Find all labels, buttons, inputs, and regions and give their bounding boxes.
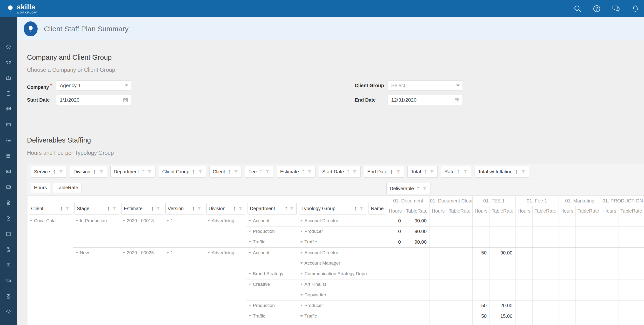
grid-value-cell[interactable] [404,311,430,322]
grid-value-cell[interactable] [387,290,404,301]
notifications-icon[interactable] [631,4,640,13]
grid-value-cell[interactable] [558,290,576,301]
grid-value-cell[interactable] [430,227,447,237]
grid-value-cell[interactable] [516,248,533,258]
grid-value-cell[interactable] [490,216,516,227]
grid-value-cell[interactable] [618,227,644,237]
grid-value-cell[interactable] [576,311,601,322]
grid-value-cell[interactable] [601,216,618,227]
grid-value-cell[interactable] [618,237,644,248]
grid-cell[interactable] [367,311,387,322]
grid-value-cell[interactable] [533,227,558,237]
grid-value-cell[interactable] [447,290,473,301]
grid-cell[interactable]: Advertising [205,248,246,322]
grid-cell[interactable]: In Production [73,216,120,248]
grid-value-cell[interactable] [516,216,533,227]
grid-value-cell[interactable] [533,311,558,322]
grid-cell[interactable]: Traffic [246,237,298,248]
grid-value-cell[interactable] [601,248,618,258]
sidebar-item-timesheets[interactable] [6,294,11,299]
grid-value-cell[interactable]: 0 [387,237,404,248]
grid-value-cell[interactable] [576,301,601,311]
grid-cell[interactable]: 2020 - 00025 [120,248,164,322]
grid-value-cell[interactable] [533,248,558,258]
help-icon[interactable] [592,4,601,13]
filter-chip-total-w-inflation[interactable]: Total w/ Inflation [474,166,529,178]
grid-value-cell[interactable] [533,216,558,227]
grid-value-cell[interactable] [533,301,558,311]
grid-cell[interactable] [367,290,387,301]
column-header-estimate[interactable]: Estimate [122,203,163,215]
grid-value-cell[interactable] [516,280,533,290]
sidebar-item-estimates[interactable] [6,153,11,159]
grid-value-cell[interactable] [387,248,404,258]
app-logo[interactable]: skills WORKFLOW [6,3,37,14]
grid-value-cell[interactable] [490,269,516,280]
grid-cell[interactable]: Creative [246,280,298,301]
filter-chip-client[interactable]: Client [210,166,242,178]
grid-value-cell[interactable] [618,248,644,258]
grid-value-cell[interactable]: 0 [387,227,404,237]
company-select[interactable]: Agency 1 [56,80,131,90]
grid-value-cell[interactable] [558,258,576,269]
grid-cell[interactable] [367,280,387,290]
grid-value-cell[interactable] [516,311,533,322]
grid-value-cell[interactable] [473,216,490,227]
filter-chip-department[interactable]: Department [110,166,156,178]
grid-value-cell[interactable] [576,280,601,290]
column-header-name[interactable]: Name [368,203,386,215]
grid-value-cell[interactable] [430,311,447,322]
grid-value-cell[interactable] [618,269,644,280]
grid-value-cell[interactable] [516,290,533,301]
filter-chip-deliverable[interactable]: Deliverable [386,183,430,194]
grid-cell[interactable] [164,322,205,325]
grid-value-cell[interactable] [533,258,558,269]
grid-value-cell[interactable] [447,280,473,290]
grid-value-cell[interactable] [558,216,576,227]
grid-value-cell[interactable] [576,258,601,269]
sidebar-item-expenses[interactable] [6,184,11,190]
grid-cell[interactable]: Traffic [298,237,367,248]
grid-cell[interactable] [246,322,298,325]
grid-value-cell[interactable] [430,237,447,248]
grid-value-cell[interactable] [618,322,644,325]
grid-value-cell[interactable]: 15.00 [490,311,516,322]
search-icon[interactable] [573,4,582,13]
grid-cell[interactable]: 1 [164,248,205,322]
grid-cell[interactable]: Traffic [246,311,298,322]
sidebar-item-planning[interactable] [6,106,11,112]
filter-chip-estimate[interactable]: Estimate [277,166,316,178]
grid-value-cell[interactable] [430,301,447,311]
grid-value-cell[interactable] [558,269,576,280]
grid-cell[interactable]: Account Director [298,248,367,258]
column-header-department[interactable]: Department [248,203,297,215]
grid-cell[interactable] [367,237,387,248]
grid-cell[interactable]: Coca-Cola [28,216,73,325]
toggle-chip-tablerate[interactable]: TableRate [53,183,82,193]
sidebar-item-media[interactable] [6,247,11,252]
grid-cell[interactable] [73,322,120,325]
grid-value-cell[interactable] [447,237,473,248]
grid-cell[interactable] [120,322,164,325]
grid-cell[interactable]: Account [246,248,298,269]
grid-cell[interactable] [367,227,387,237]
grid-value-cell[interactable] [618,258,644,269]
grid-value-cell[interactable]: 50 [473,301,490,311]
grid-value-cell[interactable]: 50 [473,248,490,258]
grid-value-cell[interactable] [576,322,601,325]
grid-value-cell[interactable]: 20.00 [490,301,516,311]
grid-cell[interactable] [205,322,246,325]
grid-cell[interactable]: Communication Strategy Deputy Director [298,269,367,280]
grid-value-cell[interactable]: 90.00 [490,322,516,325]
grid-value-cell[interactable] [447,269,473,280]
grid-cell[interactable]: Copywriter [298,290,367,301]
grid-cell[interactable] [367,258,387,269]
grid-value-cell[interactable] [387,258,404,269]
grid-value-cell[interactable] [430,258,447,269]
sidebar-item-tasks[interactable] [6,90,11,96]
grid-value-cell[interactable] [516,269,533,280]
grid-value-cell[interactable] [430,322,447,325]
grid-value-cell[interactable] [473,269,490,280]
grid-value-cell[interactable] [473,227,490,237]
grid-value-cell[interactable] [601,258,618,269]
